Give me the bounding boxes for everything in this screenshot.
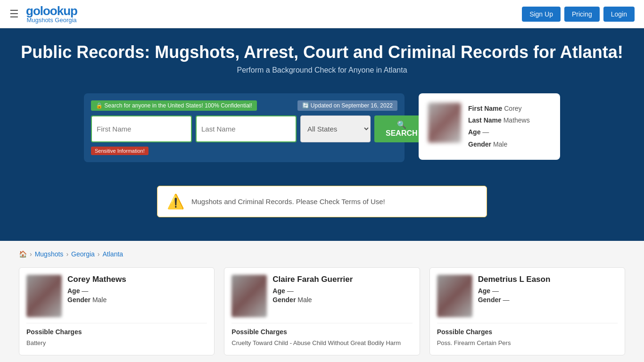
breadcrumb-sep-2: › xyxy=(66,250,68,258)
breadcrumb-georgia[interactable]: Georgia xyxy=(71,250,95,258)
age-val-1: — xyxy=(82,287,88,295)
age-label: Age xyxy=(468,128,480,136)
card-info-1: Corey Mathews Age — Gender Male xyxy=(67,275,126,317)
gender-val-3: — xyxy=(503,296,510,304)
card-name-2: Claire Farah Guerrier xyxy=(272,275,353,284)
search-section: 🔒 Search for anyone in the United States… xyxy=(0,84,644,172)
logo-subtitle: Mugshots Georgia xyxy=(26,17,77,23)
first-name-input[interactable] xyxy=(91,115,192,142)
card-name-3: Demetrius L Eason xyxy=(478,275,551,284)
card-top-1: Corey Mathews Age — Gender Male xyxy=(26,275,207,317)
person-card-2[interactable]: Claire Farah Guerrier Age — Gender Male … xyxy=(224,267,420,355)
warning-icon: ⚠️ xyxy=(167,193,184,210)
charge-item-1: Battery xyxy=(26,338,207,348)
last-name-label: Last Name xyxy=(468,116,502,124)
age-label-3: Age xyxy=(478,287,490,295)
gender-label-1: Gender xyxy=(67,296,91,304)
card-top-3: Demetrius L Eason Age — Gender — xyxy=(437,275,618,317)
charge-item-2: Cruelty Toward Child - Abuse Child Witho… xyxy=(231,338,412,348)
card-info-2: Claire Farah Guerrier Age — Gender Male xyxy=(272,275,353,317)
charges-label-3: Possible Charges xyxy=(437,328,618,336)
login-button[interactable]: Login xyxy=(603,7,635,22)
gender-value: Male xyxy=(493,140,507,148)
main-content: 🏠 › Mugshots › Georgia › Atlanta Corey M… xyxy=(0,241,644,362)
logo-text: golookup xyxy=(26,5,77,17)
search-top-bar: 🔒 Search for anyone in the United States… xyxy=(91,100,397,111)
first-name-value: Corey xyxy=(504,105,521,112)
charge-item-3: Poss. Firearm Certain Pers xyxy=(437,338,618,348)
sensitive-badge: Sensitive Information! xyxy=(91,147,149,155)
breadcrumb-sep-3: › xyxy=(98,250,100,258)
card-top-2: Claire Farah Guerrier Age — Gender Male xyxy=(231,275,412,317)
gender-val-1: Male xyxy=(92,296,107,304)
person-card-3[interactable]: Demetrius L Eason Age — Gender — Possibl… xyxy=(429,267,625,355)
warning-text: Mugshots and Criminal Records. Please Ch… xyxy=(191,197,385,206)
gender-val-2: Male xyxy=(297,296,312,304)
breadcrumb-sep-1: › xyxy=(30,250,32,258)
last-name-input[interactable] xyxy=(196,115,297,142)
charges-section-3: Possible Charges Poss. Firearm Certain P… xyxy=(437,323,618,348)
charges-section-1: Possible Charges Battery xyxy=(26,323,207,348)
home-icon[interactable]: 🏠 xyxy=(19,250,27,258)
first-name-label: First Name xyxy=(468,105,502,112)
header-nav-buttons: Sign Up Pricing Login xyxy=(522,7,635,22)
confidential-badge: 🔒 Search for anyone in the United States… xyxy=(91,100,257,111)
search-box: 🔒 Search for anyone in the United States… xyxy=(84,93,405,162)
cards-grid: Corey Mathews Age — Gender Male Possible… xyxy=(19,267,625,362)
site-header: ☰ golookup Mugshots Georgia Sign Up Pric… xyxy=(0,0,644,28)
charges-label-1: Possible Charges xyxy=(26,328,207,336)
page-title: Public Records: Mugshots, Arrest, Court … xyxy=(9,42,635,62)
card-info-3: Demetrius L Eason Age — Gender — xyxy=(478,275,551,317)
charges-section-2: Possible Charges Cruelty Toward Child - … xyxy=(231,323,412,348)
state-select[interactable]: All States AlabamaAlaskaArizona Arkansas… xyxy=(300,115,371,142)
mugshot-3 xyxy=(437,275,472,317)
menu-icon[interactable]: ☰ xyxy=(9,8,19,20)
breadcrumb-mugshots[interactable]: Mugshots xyxy=(35,250,64,258)
search-inputs: All States AlabamaAlaskaArizona Arkansas… xyxy=(91,115,397,142)
last-name-value: Mathews xyxy=(504,116,530,124)
age-val-3: — xyxy=(492,287,499,295)
charges-label-2: Possible Charges xyxy=(231,328,412,336)
hero-result-info: First Name Corey Last Name Mathews Age —… xyxy=(468,103,530,150)
mugshot-1 xyxy=(26,275,62,317)
warning-bar: ⚠️ Mugshots and Criminal Records. Please… xyxy=(157,186,487,217)
age-label-1: Age xyxy=(67,287,80,295)
logo[interactable]: golookup Mugshots Georgia xyxy=(26,5,77,23)
breadcrumb: 🏠 › Mugshots › Georgia › Atlanta xyxy=(19,250,625,258)
age-value: — xyxy=(482,128,489,136)
card-name-1: Corey Mathews xyxy=(67,275,126,284)
age-label-2: Age xyxy=(272,287,285,295)
signup-button[interactable]: Sign Up xyxy=(522,7,561,22)
person-card-1[interactable]: Corey Mathews Age — Gender Male Possible… xyxy=(19,267,215,355)
header-left: ☰ golookup Mugshots Georgia xyxy=(9,5,77,23)
updated-badge: 🔄 Updated on September 16, 2022 xyxy=(297,100,397,111)
hero-subtitle: Perform a Background Check for Anyone in… xyxy=(9,66,635,74)
hero-mugshot xyxy=(428,103,461,143)
pricing-button[interactable]: Pricing xyxy=(564,7,600,22)
age-val-2: — xyxy=(287,287,294,295)
gender-label-3: Gender xyxy=(478,296,501,304)
breadcrumb-atlanta[interactable]: Atlanta xyxy=(103,250,124,258)
gender-label: Gender xyxy=(468,140,491,148)
mugshot-2 xyxy=(231,275,267,317)
hero-result-card: First Name Corey Last Name Mathews Age —… xyxy=(419,93,560,160)
hero-section: Public Records: Mugshots, Arrest, Court … xyxy=(0,28,644,84)
gender-label-2: Gender xyxy=(272,296,296,304)
